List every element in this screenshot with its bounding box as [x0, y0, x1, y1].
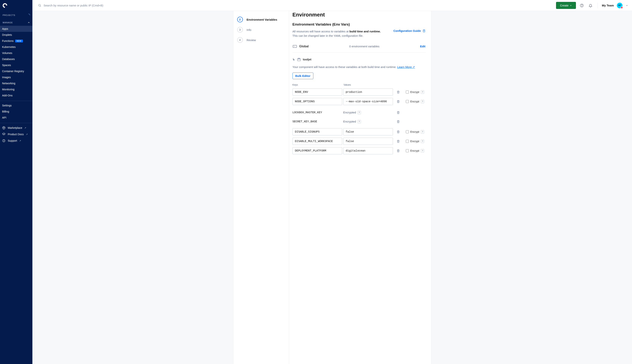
- env-key-input[interactable]: [292, 147, 342, 154]
- help-badge-icon[interactable]: ?: [421, 100, 424, 103]
- encrypted-indicator: Encrypted ?: [343, 111, 394, 114]
- env-key-input[interactable]: [292, 138, 342, 145]
- sidebar-item-marketplace[interactable]: Marketplace ↗: [0, 124, 32, 131]
- env-value-input[interactable]: [343, 128, 393, 136]
- sidebar-item-images[interactable]: Images: [0, 74, 32, 80]
- help-badge-icon[interactable]: ?: [358, 111, 361, 114]
- search-wrap: [38, 4, 553, 7]
- external-link-icon: ↗: [19, 140, 21, 142]
- wizard-step-review[interactable]: 4 Review: [237, 35, 285, 45]
- notification-dot: [621, 6, 623, 9]
- sidebar-item-api[interactable]: API: [0, 114, 32, 121]
- env-row-encrypted: LOCKBOX_MASTER_KEY Encrypted ?: [292, 111, 426, 114]
- env-key-input[interactable]: [292, 98, 342, 105]
- encrypt-checkbox[interactable]: [406, 149, 409, 152]
- help-badge-icon[interactable]: ?: [421, 149, 424, 152]
- encrypt-checkbox[interactable]: [406, 130, 409, 133]
- cube-icon: [2, 126, 6, 130]
- sidebar-item-label: Droplets: [2, 33, 12, 36]
- sidebar-item-label: Functions: [2, 40, 14, 42]
- delete-icon[interactable]: [397, 149, 400, 152]
- global-scope-row: Global 0 environment variables Edit: [292, 44, 426, 52]
- sidebar-item-spaces[interactable]: Spaces: [0, 62, 32, 68]
- team-label[interactable]: My Team: [602, 4, 614, 7]
- learn-more-link[interactable]: Learn More ↗: [397, 65, 415, 68]
- sidebar-item-apps[interactable]: Apps: [0, 26, 32, 32]
- sidebar-item-product-docs[interactable]: Product Docs ↗: [0, 131, 32, 138]
- env-value-input[interactable]: [343, 98, 393, 105]
- encrypt-checkbox[interactable]: [406, 140, 409, 143]
- help-badge-icon[interactable]: ?: [421, 130, 424, 134]
- help-badge-icon[interactable]: ?: [421, 90, 424, 94]
- sidebar-item-label: Networking: [2, 82, 15, 85]
- svg-point-4: [4, 141, 4, 142]
- sidebar-item-label: API: [2, 116, 6, 119]
- encrypt-option[interactable]: Encrypt ?: [406, 149, 424, 152]
- svg-rect-0: [4, 7, 5, 8]
- new-badge: NEW: [15, 40, 23, 42]
- env-key-input[interactable]: [292, 88, 342, 96]
- projects-header[interactable]: PROJECTS: [0, 11, 32, 18]
- configuration-guide-link[interactable]: Configuration Guide: [394, 29, 426, 32]
- delete-icon[interactable]: [397, 90, 400, 94]
- help-icon[interactable]: [579, 3, 585, 8]
- panel: 2 Environment Variables 3 Info 4 Review …: [233, 11, 431, 364]
- section-title: Environment Variables (Env Vars): [292, 22, 426, 26]
- sidebar-item-volumes[interactable]: Volumes: [0, 50, 32, 56]
- avatar[interactable]: MT: [617, 3, 622, 8]
- sidebar-item-settings[interactable]: Settings: [0, 102, 32, 108]
- env-value-input[interactable]: [343, 88, 393, 96]
- encrypt-option[interactable]: Encrypt ?: [406, 90, 424, 94]
- create-button[interactable]: Create: [556, 2, 576, 9]
- sidebar-item-databases[interactable]: Databases: [0, 56, 32, 62]
- sidebar-item-addons[interactable]: Add-Ons: [0, 92, 32, 98]
- env-row: Encrypt ?: [292, 88, 426, 96]
- env-row: Encrypt ?: [292, 138, 426, 145]
- delete-icon[interactable]: [397, 120, 400, 123]
- learn-more-label: Learn More: [397, 65, 412, 68]
- content-area: 2 Environment Variables 3 Info 4 Review …: [32, 11, 632, 364]
- sidebar-item-droplets[interactable]: Droplets: [0, 32, 32, 38]
- encrypt-option[interactable]: Encrypt ?: [406, 140, 424, 143]
- sidebar-item-container-registry[interactable]: Container Registry: [0, 68, 32, 74]
- svg-line-6: [40, 6, 41, 7]
- delete-icon[interactable]: [397, 111, 400, 114]
- chevron-up-icon: [28, 21, 30, 24]
- search-input[interactable]: [44, 4, 123, 7]
- sidebar-item-monitoring[interactable]: Monitoring: [0, 86, 32, 92]
- encrypt-checkbox[interactable]: [406, 100, 409, 103]
- component-icon: [297, 58, 301, 61]
- wizard-step-env-vars[interactable]: 2 Environment Variables: [237, 14, 285, 24]
- sidebar-item-functions[interactable]: Functions NEW: [0, 38, 32, 44]
- help-badge-icon[interactable]: ?: [358, 120, 361, 123]
- component-row: ↳ tooljet: [292, 58, 426, 61]
- sidebar-item-support[interactable]: Support ↗: [0, 138, 32, 144]
- env-value-input[interactable]: [343, 138, 393, 145]
- delete-icon[interactable]: [397, 100, 400, 103]
- sidebar-item-kubernetes[interactable]: Kubernetes: [0, 44, 32, 50]
- delete-icon[interactable]: [397, 140, 400, 143]
- edit-link[interactable]: Edit: [420, 45, 425, 48]
- env-value-input[interactable]: [343, 147, 393, 154]
- logo[interactable]: [0, 0, 32, 11]
- sidebar-item-networking[interactable]: Networking: [0, 80, 32, 86]
- svg-rect-1: [4, 6, 4, 7]
- help-badge-icon[interactable]: ?: [421, 140, 424, 143]
- chevron-down-icon[interactable]: [626, 4, 628, 7]
- env-key-input[interactable]: [292, 128, 342, 136]
- encrypt-option[interactable]: Encrypt ?: [406, 130, 424, 134]
- bell-icon[interactable]: [588, 3, 593, 8]
- sidebar-item-billing[interactable]: Billing: [0, 108, 32, 114]
- env-row-encrypted: SECRET_KEY_BASE Encrypted ?: [292, 120, 426, 123]
- wizard-step-info[interactable]: 3 Info: [237, 24, 285, 35]
- manage-header[interactable]: MANAGE: [0, 18, 32, 26]
- delete-icon[interactable]: [397, 130, 400, 134]
- divider: [0, 101, 32, 101]
- encrypted-text: Encrypted: [343, 111, 356, 114]
- bulk-editor-button[interactable]: Bulk Editor: [292, 72, 313, 79]
- encrypt-option[interactable]: Encrypt ?: [406, 100, 424, 103]
- env-count: 0 environment variables: [349, 45, 380, 48]
- env-key-static: LOCKBOX_MASTER_KEY: [292, 111, 343, 114]
- encrypt-checkbox[interactable]: [406, 90, 409, 94]
- global-label: Global: [299, 45, 309, 48]
